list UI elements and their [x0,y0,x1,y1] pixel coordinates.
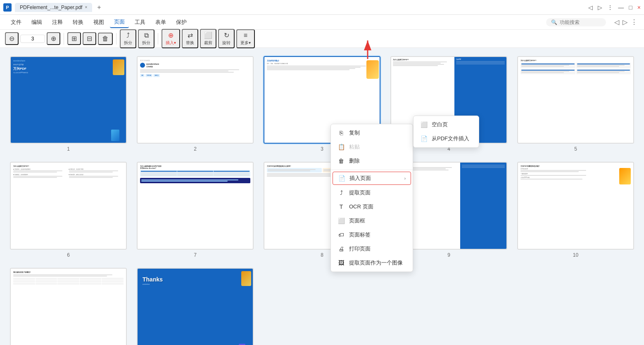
ctx-copy[interactable]: ⎘ 复制 [331,126,413,140]
ctx-print[interactable]: 🖨 打印页面 [331,242,413,256]
page-3-num: 3 [321,146,323,152]
tab-add-button[interactable]: + [97,4,101,11]
ctx-extract-page[interactable]: ⤴ 提取页面 [331,186,413,200]
page-thumb-button[interactable]: ⊞ [67,32,81,45]
ctx-paste[interactable]: 📋 粘贴 [331,140,413,154]
page-10-item[interactable]: 万兴PDF有哪些特色功能? 文件组合处理 一键快速操作 人性化OCR功能 [517,162,634,258]
thumb-icon: ⊞ [71,35,77,43]
copy-icon: ⎘ [337,130,345,136]
tab-title: PDFelement_...te_Paper.pdf [20,5,82,10]
crop-icon: ⬜ [204,31,212,39]
insert-button[interactable]: ⊕ 插入▾ [162,29,180,48]
menu-file[interactable]: 文件 [7,17,26,28]
ctx-extract-page-label: 提取页面 [349,189,371,196]
page-5-num: 5 [574,146,577,152]
zoom-input[interactable] [20,35,45,43]
page-6-item[interactable]: 为什么选择万兴PDF? ■ 安装简单，支持多种使用模式 ■ 外观洁净，专业用户界… [10,162,127,258]
ctx-ocr[interactable]: T OCR 页面 [331,200,413,214]
ctx-page-box[interactable]: ⬜ 页面框 [331,214,413,228]
page-1-item[interactable]: wondershare 2021产品手册 万兴PDF 为企业的全能PDF编辑利器… [10,56,127,152]
ctx-insert-page-label: 插入页面 [349,175,371,182]
menu-tools[interactable]: 工具 [131,17,150,28]
menu-annotate[interactable]: 注释 [48,17,67,28]
page-8-num: 8 [321,252,323,258]
tab-item[interactable]: PDFelement_...te_Paper.pdf × [15,3,92,12]
nav-forward-icon[interactable]: ▷ [598,4,602,11]
page-12-item[interactable]: Thanks wondershare 12 [137,268,254,345]
minimize-button[interactable]: — [618,4,624,11]
menu-edit[interactable]: 编辑 [27,17,46,28]
page-7-num: 7 [194,252,197,258]
replace-button[interactable]: ⇄ 替换 [182,29,198,48]
more-button[interactable]: ≡ 更多▾ [236,29,255,48]
zoom-in-button[interactable]: ⊕ [47,32,60,45]
main-content: wondershare 2021产品手册 万兴PDF 为企业的全能PDF编辑利器… [0,48,644,345]
crop-button[interactable]: ⬜ 裁剪 [200,29,216,48]
more-label: 更多▾ [240,40,251,46]
delete-button[interactable]: 🗑 [98,33,113,45]
submenu-insert-pdf[interactable]: 📄 从PDF文件插入 [413,132,479,146]
menu-convert[interactable]: 转换 [69,17,88,28]
page-1-thumb: wondershare 2021产品手册 万兴PDF 为企业的全能PDF编辑利器 [10,56,127,144]
search-icon: 🔍 [551,19,557,25]
menu-pages[interactable]: 页面 [110,17,129,28]
insert-page-icon: 📄 [338,175,345,182]
menu-view[interactable]: 视图 [89,17,108,28]
page-7-thumb: 为什么越来越多企业用户放弃并用Adobe Acrobat? [137,162,254,249]
blank-page-icon: ⬜ [420,121,428,128]
ellipsis-icon[interactable]: ⋮ [631,18,637,26]
search-box[interactable]: 🔍 [546,18,606,26]
page-7-item[interactable]: 为什么越来越多企业用户放弃并用Adobe Acrobat? [137,162,254,258]
submenu-blank-page[interactable]: ⬜ 空白页 [413,118,479,132]
ctx-page-box-label: 页面框 [349,217,365,224]
separator3 [158,33,158,45]
page-2-item[interactable]: 关于万兴科技 wondershare万兴科技 300 TOP100 1000万 [137,56,254,152]
separator2 [116,33,116,45]
split-button[interactable]: ⧉ 拆分 [138,29,154,48]
menu-protect[interactable]: 保护 [172,17,191,28]
insert-label: 插入▾ [166,40,176,46]
page-5-item[interactable]: 为什么选择万兴PDF? [517,56,634,152]
insert-pdf-label: 从PDF文件插入 [432,135,469,142]
separator1 [64,33,64,45]
page-2-thumb: 关于万兴科技 wondershare万兴科技 300 TOP100 1000万 [137,56,254,144]
ctx-sep1 [331,170,413,170]
nav-back-icon[interactable]: ◁ [588,4,593,11]
rotate-button[interactable]: ↻ 旋转 [218,29,235,48]
page-5-thumb: 为什么选择万兴PDF? [517,56,634,144]
ctx-delete-label: 删除 [349,157,360,165]
ctx-page-label[interactable]: 🏷 页面标签 [331,228,413,242]
app-icon: P [3,3,12,12]
ctx-extract-image[interactable]: 🖼 提取页面作为一个图像 [331,256,413,270]
menu-bar: 文件 编辑 注释 转换 视图 页面 工具 表单 保护 🔍 ◁ ▷ ⋮ [0,15,644,30]
zoom-out-icon: ⊖ [9,35,14,43]
more-icon: ≡ [244,32,247,39]
page-view-button[interactable]: ⊟ [83,32,96,45]
ctx-delete[interactable]: 🗑 删除 [331,154,413,168]
insert-icon: ⊕ [168,31,173,39]
maximize-button[interactable]: □ [629,4,632,11]
ctx-ocr-label: OCR 页面 [349,203,373,210]
extract-button[interactable]: ⤴ 拆分 [120,29,136,48]
toolbar: ⊖ ⊕ ⊞ ⊟ 🗑 ⤴ 拆分 ⧉ 拆分 ⊕ 插入▾ ⇄ 替换 ⬜ 裁剪 ↻ 旋转… [0,30,644,48]
page-1-num: 1 [67,146,70,152]
ctx-insert-page[interactable]: 📄 插入页面 › [333,172,411,185]
tab-close-icon[interactable]: × [85,5,87,9]
search-input[interactable] [560,19,601,25]
menu-forms[interactable]: 表单 [151,17,170,28]
page-6-num: 6 [67,252,70,258]
more-options-icon[interactable]: ⋮ [607,4,613,11]
page-11-thumb: 我们服务的客户有哪些? [10,268,127,345]
close-button[interactable]: × [637,4,641,11]
insert-pdf-icon: 📄 [420,135,428,142]
ctx-arrow-icon: › [404,176,406,181]
window-controls: ◁ ▷ ⋮ — □ × [588,4,641,11]
zoom-out-button[interactable]: ⊖ [5,32,19,45]
rotate-icon: ↻ [224,31,229,39]
nav-forward-icon2[interactable]: ▷ [623,18,627,26]
nav-back-icon2[interactable]: ◁ [614,18,619,26]
ctx-page-label-label: 页面标签 [349,231,371,239]
extract-page-icon: ⤴ [337,189,345,196]
menu-right-icons: ◁ ▷ ⋮ [614,18,637,26]
page-11-item[interactable]: 我们服务的客户有哪些? [10,268,127,345]
